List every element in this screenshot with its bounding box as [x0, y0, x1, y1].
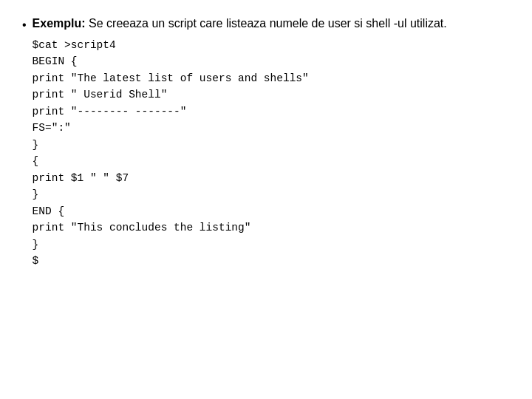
intro-label: Exemplu: — [33, 17, 86, 30]
intro-text: Exemplu: Se creeaza un script care liste… — [33, 17, 447, 30]
bullet-symbol: • — [22, 16, 27, 34]
intro-body: Se creeaza un script care listeaza numel… — [86, 17, 447, 30]
bullet-row: • Exemplu: Se creeaza un script care lis… — [22, 15, 510, 270]
content-area: • Exemplu: Se creeaza un script care lis… — [22, 15, 510, 277]
intro-paragraph: Exemplu: Se creeaza un script care liste… — [33, 15, 447, 270]
code-block: $cat >script4 BEGIN { print "The latest … — [33, 37, 447, 270]
